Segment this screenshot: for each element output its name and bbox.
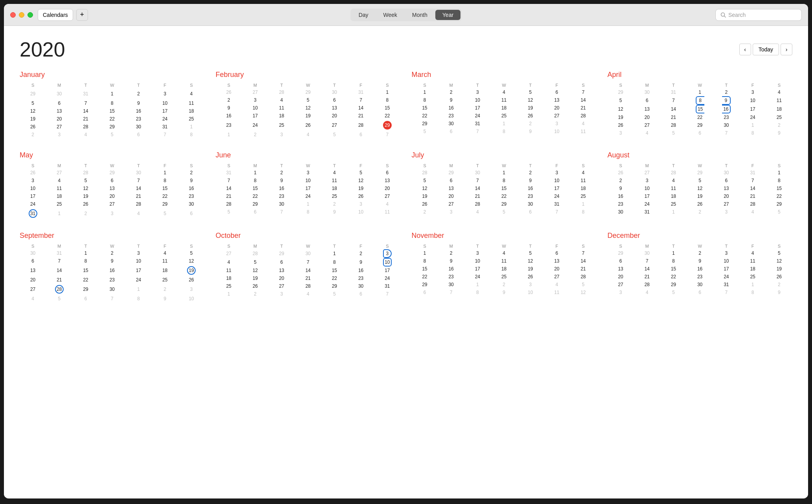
- day-view-button[interactable]: Day: [352, 10, 376, 20]
- day-cell[interactable]: 3: [242, 96, 268, 104]
- today-indicator[interactable]: 29: [383, 121, 392, 130]
- day-cell[interactable]: 26: [216, 88, 242, 96]
- day-cell[interactable]: 25: [570, 192, 596, 200]
- day-cell[interactable]: 14: [295, 267, 321, 274]
- day-cell[interactable]: 28: [348, 120, 374, 131]
- day-cell[interactable]: 20: [374, 184, 400, 192]
- day-cell[interactable]: 30: [713, 169, 739, 177]
- day-cell[interactable]: 14: [464, 184, 491, 192]
- day-cell[interactable]: 8: [321, 258, 348, 267]
- day-cell[interactable]: 14: [46, 265, 72, 276]
- day-cell[interactable]: 24: [713, 273, 739, 281]
- day-cell[interactable]: 1: [570, 200, 596, 208]
- day-cell[interactable]: 17: [242, 112, 268, 120]
- day-cell[interactable]: 11: [660, 184, 687, 192]
- day-cell[interactable]: 8: [687, 96, 713, 105]
- day-cell[interactable]: 18: [660, 192, 687, 200]
- day-cell[interactable]: 13: [374, 177, 400, 184]
- day-cell[interactable]: 19: [766, 265, 792, 273]
- day-cell[interactable]: 1: [491, 169, 517, 177]
- day-cell[interactable]: 25: [766, 113, 792, 121]
- day-cell[interactable]: 11: [216, 267, 242, 274]
- day-cell[interactable]: 7: [73, 99, 99, 107]
- day-cell[interactable]: 3: [607, 129, 634, 137]
- day-cell[interactable]: 3: [295, 169, 321, 177]
- day-cell[interactable]: 26: [348, 192, 374, 200]
- day-cell[interactable]: 4: [570, 169, 596, 177]
- day-cell[interactable]: 8: [740, 129, 766, 137]
- day-cell[interactable]: 25: [152, 276, 178, 284]
- day-cell[interactable]: 29: [73, 284, 99, 295]
- day-cell[interactable]: 12: [178, 257, 205, 265]
- day-cell[interactable]: 8: [73, 257, 99, 265]
- day-cell[interactable]: 13: [321, 104, 348, 112]
- day-cell[interactable]: 29: [321, 282, 348, 290]
- day-cell[interactable]: 9: [438, 257, 464, 265]
- day-cell[interactable]: 20: [607, 273, 634, 281]
- day-cell[interactable]: 25: [268, 120, 295, 131]
- day-cell[interactable]: 6: [517, 208, 544, 216]
- day-cell[interactable]: 11: [570, 128, 596, 135]
- day-cell[interactable]: 1: [660, 208, 687, 216]
- day-cell[interactable]: 27: [321, 120, 348, 131]
- day-cell[interactable]: 7: [570, 249, 596, 257]
- day-cell[interactable]: 7: [634, 257, 660, 265]
- day-cell[interactable]: 11: [46, 184, 72, 192]
- day-cell[interactable]: 25: [46, 200, 72, 208]
- day-cell[interactable]: 21: [570, 104, 596, 112]
- day-cell[interactable]: 23: [438, 273, 464, 281]
- may-31[interactable]: 31: [29, 209, 37, 218]
- day-cell[interactable]: 7: [152, 131, 178, 139]
- day-cell[interactable]: 18: [766, 105, 792, 113]
- day-cell[interactable]: 21: [46, 276, 72, 284]
- day-cell[interactable]: 14: [740, 184, 766, 192]
- day-cell[interactable]: 5: [46, 295, 72, 303]
- day-cell[interactable]: 2: [766, 121, 792, 129]
- day-cell[interactable]: 21: [634, 273, 660, 281]
- day-cell[interactable]: 15: [152, 184, 178, 192]
- day-cell[interactable]: 6: [125, 131, 152, 139]
- day-cell[interactable]: 22: [374, 112, 400, 120]
- day-cell[interactable]: 12: [348, 177, 374, 184]
- day-cell[interactable]: 18: [740, 265, 766, 273]
- day-cell[interactable]: 7: [713, 289, 739, 296]
- day-cell[interactable]: 24: [242, 120, 268, 131]
- day-cell[interactable]: 22: [321, 274, 348, 282]
- day-cell[interactable]: 15: [412, 104, 438, 112]
- close-button[interactable]: [10, 12, 16, 18]
- day-cell[interactable]: 23: [687, 273, 713, 281]
- day-cell[interactable]: 12: [570, 289, 596, 296]
- day-cell[interactable]: 7: [268, 208, 295, 216]
- day-cell[interactable]: 2: [491, 281, 517, 289]
- day-cell[interactable]: 10: [634, 184, 660, 192]
- day-cell[interactable]: 9: [321, 208, 348, 216]
- day-cell[interactable]: 6: [438, 128, 464, 135]
- day-cell[interactable]: 16: [268, 184, 295, 192]
- day-cell[interactable]: 24: [634, 200, 660, 208]
- day-cell[interactable]: 23: [99, 276, 125, 284]
- day-cell[interactable]: 25: [321, 192, 348, 200]
- day-cell[interactable]: 2: [438, 249, 464, 257]
- day-cell[interactable]: 4: [660, 177, 687, 184]
- day-cell[interactable]: 4: [295, 131, 321, 139]
- day-cell[interactable]: 26: [687, 200, 713, 208]
- day-cell[interactable]: 2: [412, 208, 438, 216]
- day-cell[interactable]: 5: [242, 258, 268, 267]
- day-cell[interactable]: 1: [740, 121, 766, 129]
- day-cell[interactable]: 7: [713, 129, 739, 137]
- day-cell[interactable]: 10: [348, 208, 374, 216]
- day-cell[interactable]: 20: [268, 274, 295, 282]
- day-cell[interactable]: 13: [268, 267, 295, 274]
- day-cell[interactable]: 14: [125, 184, 152, 192]
- day-cell[interactable]: 12: [412, 184, 438, 192]
- day-cell[interactable]: 20: [46, 115, 72, 123]
- day-cell[interactable]: 6: [544, 88, 570, 96]
- day-cell[interactable]: 9: [268, 177, 295, 184]
- day-cell[interactable]: 30: [687, 281, 713, 289]
- day-cell[interactable]: 5: [766, 249, 792, 257]
- day-cell[interactable]: 6: [321, 96, 348, 104]
- day-cell[interactable]: 2: [713, 88, 739, 96]
- day-cell[interactable]: 28: [73, 123, 99, 131]
- day-cell[interactable]: 5: [517, 249, 544, 257]
- day-cell[interactable]: 26: [73, 200, 99, 208]
